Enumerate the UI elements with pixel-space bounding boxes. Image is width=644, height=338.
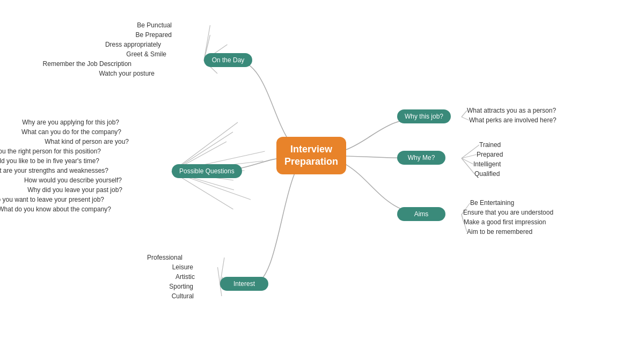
- leaf-label: What kind of person are you?: [45, 137, 129, 146]
- leaf-label: Sporting: [169, 282, 193, 291]
- branch-node-aims: Aims: [397, 207, 445, 221]
- leaf-label: What perks are involved here?: [469, 116, 557, 125]
- leaf-label: How would you describe yourself?: [24, 176, 122, 185]
- leaf-label: Trained: [479, 141, 501, 150]
- leaf-label: Why are you the right person for this po…: [0, 147, 101, 156]
- leaf-label: What attracts you as a person?: [467, 106, 556, 115]
- leaf-label: Artistic: [175, 273, 195, 282]
- leaf-label: Intelligent: [473, 160, 501, 169]
- svg-line-21: [462, 111, 467, 117]
- leaf-label: Why do you want to leave your present jo…: [0, 195, 104, 204]
- leaf-label: Where would you like to be in five year'…: [0, 157, 99, 166]
- leaf-label: Prepared: [477, 150, 503, 159]
- svg-line-26: [462, 158, 474, 174]
- leaf-label: Be Punctual: [137, 21, 172, 30]
- leaf-label: Aim to be remembered: [467, 227, 532, 237]
- leaf-label: Make a good first impression: [464, 218, 546, 227]
- branch-node-why-this-job: Why this job?: [397, 109, 451, 123]
- leaf-label: What do you know about the company?: [0, 205, 111, 214]
- leaf-label: Ensure that you are understood: [463, 208, 553, 217]
- leaf-label: Leisure: [172, 263, 193, 272]
- leaf-label: Professional: [147, 253, 182, 262]
- leaf-label: Why did you leave your past job?: [27, 186, 122, 195]
- leaf-label: What can you do for the company?: [21, 128, 121, 137]
- branch-node-interest: Interest: [220, 277, 268, 291]
- branch-node-why-me: Why Me?: [397, 151, 445, 165]
- svg-line-24: [462, 155, 477, 158]
- leaf-label: Greet & Smile: [126, 50, 166, 59]
- leaf-label: Remember the Job Description: [43, 60, 131, 69]
- svg-line-25: [462, 158, 473, 164]
- leaf-label: Qualified: [474, 170, 500, 179]
- leaf-label: Watch your posture: [99, 69, 155, 78]
- svg-line-22: [462, 117, 469, 120]
- leaf-label: What are your strengths and weaknesses?: [0, 166, 108, 175]
- branch-node-possible-questions: Possible Questions: [172, 164, 242, 178]
- leaf-label: Dress appropriately: [105, 40, 161, 49]
- leaf-label: Be Entertaining: [470, 199, 514, 208]
- leaf-label: Cultural: [172, 292, 194, 301]
- leaf-label: Why are you applying for this job?: [22, 118, 119, 127]
- branch-node-on-the-day: On the Day: [204, 53, 252, 67]
- leaf-label: Be Prepared: [136, 31, 172, 40]
- center-node: InterviewPreparation: [276, 137, 346, 174]
